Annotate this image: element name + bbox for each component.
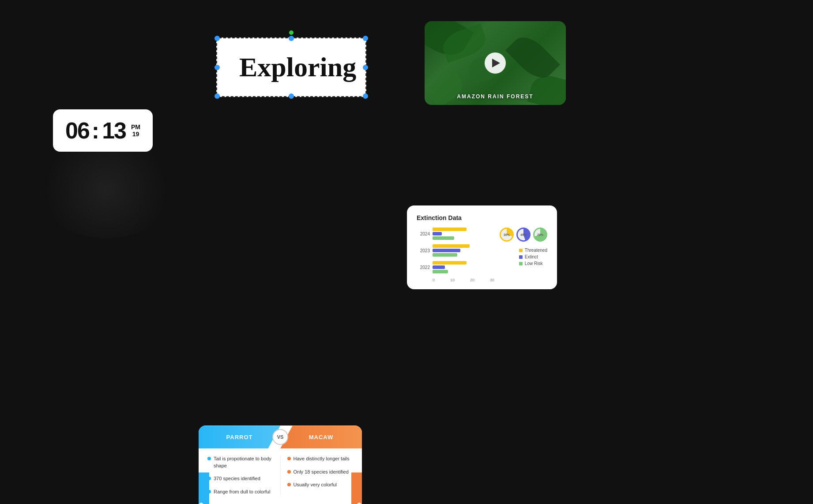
legend-dot-threatened [519, 249, 523, 252]
bar-group-2022 [433, 261, 494, 273]
donut-30: 30% [500, 228, 514, 242]
handle-tr[interactable] [363, 36, 368, 41]
play-triangle-icon [492, 59, 500, 67]
clock-widget: 06 : 13 PM 19 [53, 109, 153, 152]
chart-bars: 2024 2023 2022 [417, 228, 494, 282]
bar-row-2024: 2024 [417, 228, 494, 240]
parrot-item-1: Tail is propotionate to body shape [207, 455, 274, 469]
parrot-ribbon [199, 472, 209, 504]
macaw-column: Have distinctly longer tails Only 18 spe… [287, 455, 354, 495]
x-label-0: 0 [433, 278, 435, 282]
donut-30-label: 30% [504, 233, 510, 236]
macaw-text-1: Have distinctly longer tails [294, 455, 350, 462]
parrot-label: PARROT [226, 434, 253, 441]
chart-area: 2024 2023 2022 [417, 228, 547, 282]
handle-br[interactable] [363, 93, 368, 99]
bar-2022-blue [433, 265, 445, 269]
parrot-dot-1 [207, 457, 211, 460]
parrot-side: PARROT [199, 426, 280, 448]
clock-hours: 06 [65, 117, 89, 144]
vs-label: VS [277, 434, 284, 440]
video-thumbnail: AMAZON RAIN FOREST [425, 21, 566, 105]
play-button[interactable] [485, 52, 506, 74]
legend-items: Threatened Extinct Low Risk [519, 248, 547, 266]
legend-label-extinct: Extinct [525, 254, 538, 259]
legend-label-lowrisk: Low Risk [525, 261, 543, 266]
parrot-item-3: Range from dull to colorful [207, 489, 274, 495]
comparison-card: PARROT VS MACAW Tail is propotionate to … [199, 426, 362, 504]
chart-legend-area: 30% 45% 70% Threatened Extinct [500, 228, 547, 282]
macaw-ribbon [351, 472, 362, 504]
donut-45-label: 45% [520, 233, 527, 236]
video-card: AMAZON RAIN FOREST [425, 21, 566, 105]
macaw-label: MACAW [309, 434, 334, 441]
extinction-chart-card: Extinction Data 2024 2023 [407, 205, 557, 289]
bar-2023-yellow [433, 244, 470, 248]
legend-lowrisk: Low Risk [519, 261, 547, 266]
bar-2023-blue [433, 249, 460, 252]
macaw-item-1: Have distinctly longer tails [287, 455, 354, 462]
bar-group-2024 [433, 228, 494, 240]
donut-45: 45% [516, 228, 531, 242]
bar-row-2022: 2022 [417, 261, 494, 273]
bar-year-2023: 2023 [417, 248, 430, 253]
donut-70: 70% [533, 228, 547, 242]
bar-2024-yellow [433, 228, 467, 231]
macaw-text-2: Only 18 species identified [294, 469, 349, 475]
x-label-10: 10 [450, 278, 455, 282]
parrot-text-2: 370 species identified [214, 475, 260, 482]
handle-bl[interactable] [215, 93, 220, 99]
bar-year-2022: 2022 [417, 265, 430, 270]
clock-minutes: 13 [102, 117, 126, 144]
macaw-dot-3 [287, 483, 291, 486]
clock-ampm-block: PM 19 [131, 124, 140, 137]
parrot-text-1: Tail is propotionate to body shape [214, 455, 274, 469]
handle-tl[interactable] [215, 36, 220, 41]
vs-circle: VS [272, 429, 288, 445]
legend-label-threatened: Threatened [525, 248, 547, 253]
video-title-label: AMAZON RAIN FOREST [425, 93, 566, 100]
exploring-box[interactable]: Exploring [216, 37, 366, 97]
x-label-20: 20 [470, 278, 474, 282]
clock-seconds: 19 [132, 131, 139, 137]
bar-2023-green [433, 253, 457, 257]
handle-bm[interactable] [289, 93, 294, 99]
chart-title: Extinction Data [417, 214, 547, 221]
bar-2024-blue [433, 232, 442, 235]
exploring-wrapper: Exploring [216, 37, 366, 97]
parrot-item-2: 370 species identified [207, 475, 274, 482]
handle-mr[interactable] [363, 65, 368, 70]
bar-year-2024: 2024 [417, 231, 430, 236]
parrot-column: Tail is propotionate to body shape 370 s… [207, 455, 274, 495]
comp-divider [280, 455, 281, 495]
macaw-dot-1 [287, 457, 291, 460]
bar-2024-green [433, 236, 454, 240]
macaw-text-3: Usually very colorful [294, 482, 337, 488]
legend-threatened: Threatened [519, 248, 547, 253]
legend-dot-extinct [519, 255, 523, 259]
bar-2022-green [433, 270, 448, 273]
exploring-text: Exploring [239, 52, 356, 82]
legend-extinct: Extinct [519, 254, 547, 259]
macaw-side: MACAW [280, 426, 362, 448]
x-label-30: 30 [490, 278, 494, 282]
clock-colon: : [92, 117, 99, 144]
x-axis: 0 10 20 30 [417, 278, 494, 282]
bar-2022-yellow [433, 261, 467, 265]
bar-row-2023: 2023 [417, 244, 494, 257]
background [0, 0, 813, 504]
parrot-text-3: Range from dull to colorful [214, 489, 270, 495]
macaw-dot-2 [287, 470, 291, 474]
handle-tm[interactable] [289, 36, 294, 41]
comparison-body: Tail is propotionate to body shape 370 s… [199, 448, 362, 504]
handle-ml[interactable] [215, 65, 220, 70]
donut-row: 30% 45% 70% [500, 228, 547, 242]
bar-group-2023 [433, 244, 494, 257]
donut-70-label: 70% [537, 233, 543, 236]
legend-dot-lowrisk [519, 262, 523, 265]
macaw-item-2: Only 18 species identified [287, 469, 354, 475]
clock-ampm: PM [131, 124, 140, 130]
macaw-item-3: Usually very colorful [287, 482, 354, 488]
top-handle-dot [289, 30, 294, 35]
comparison-header: PARROT VS MACAW [199, 426, 362, 448]
